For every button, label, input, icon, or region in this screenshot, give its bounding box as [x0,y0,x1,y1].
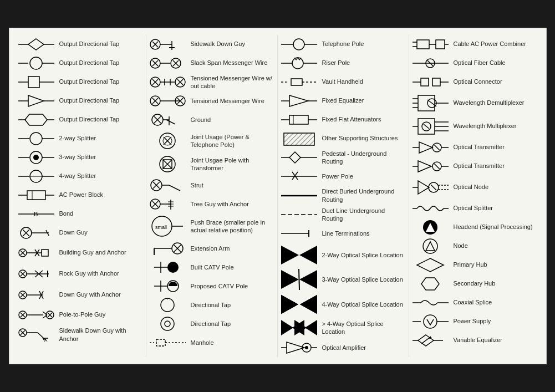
symbol-optical-fiber [411,55,450,71]
secondary-hub: Secondary Hub [411,274,538,293]
down-guy-anchor: Down Guy with Anchor [17,284,144,306]
symbol-manhole [149,335,187,350]
riser-pole: Riser Pole [280,54,406,73]
svg-marker-196 [287,342,304,353]
label-direct-buried: Direct Buried Underground Routing [322,187,406,203]
label-sidewalk-down-guy2: Sidewalk Down Guy [191,40,245,48]
primary-hub: Primary Hub [411,256,538,274]
symbol-optical-node [411,177,450,197]
symbol-hex [17,112,56,128]
symbol-square [17,74,56,90]
label-wavelength-mux: Wavelength Multiplexer [454,122,517,130]
rock-guy-anchor: Rock Guy with Anchor [17,263,144,284]
label-optical-node: Optical Node [454,183,489,191]
svg-text:B: B [34,211,38,217]
symbol-building-guy [17,244,56,262]
output-tap-square: Output Directional Tap [17,73,144,91]
bond: B Bond [17,205,144,223]
symbol-optical-conn [411,74,450,90]
symbol-joint-usage [149,131,187,151]
symbol-joint-transformer [149,154,187,174]
extension-arm: Extension Arm [149,239,275,258]
directional-tap1: Directional Tap [149,296,275,314]
label-splice-2way: 2-Way Optical Splice Location [322,251,403,259]
svg-rect-171 [284,133,314,145]
strut: Strut [149,176,275,195]
label-coaxial-splice: Coaxial Splice [454,298,492,306]
svg-marker-184 [281,270,299,289]
symbol-pedestal [280,150,319,165]
optical-amp: Optical Amplifier [280,338,406,357]
duct-line: Duct Line Underground Routing [280,205,406,225]
label-pole-pole: Pole-to-Pole Guy [59,310,106,318]
symbol-proposed-catv [149,278,187,294]
label-optical-amp: Optical Amplifier [322,344,366,352]
splice-4plus: > 4-Way Optical Splice Location [280,317,406,338]
telephone-pole: Telephone Pole [280,35,406,54]
symbol-cable-ac [411,37,450,52]
label-optical-trans2: Optical Transmitter [454,162,505,170]
label-manhole: Manhole [191,339,214,347]
label-bond: Bond [59,210,74,217]
fixed-equalizer: Fixed Equalizer [280,91,406,110]
wavelength-demux: Wavelength Demultiplexer [411,91,538,115]
svg-line-186 [299,269,299,290]
push-brace: small Push Brace (smaller pole in actual… [149,213,275,239]
symbol-splice-3way [280,269,319,290]
label-wavelength-demux: Wavelength Demultiplexer [454,99,525,106]
label-power-pole: Power Pole [322,172,353,180]
splitter-3way: 3-way Splitter [17,148,144,167]
symbol-ac-power [17,187,56,203]
other-supporting: Other Supporting Structures [280,129,406,148]
label-output-tap-diamond: Output Directional Tap [59,40,120,48]
label-directional-tap2: Directional Tap [191,320,231,328]
svg-point-144 [167,262,179,273]
flat-attenuator: Fixed Flat Attenuators [280,110,406,129]
symbol-wavelength-mux [411,116,450,136]
svg-marker-165 [289,95,308,106]
label-built-catv: Built CATV Pole [191,263,234,271]
svg-point-151 [165,321,170,327]
label-output-tap-hex: Output Directional Tap [59,115,120,123]
optical-trans2: Optical Transmitter [411,157,538,176]
symbol-vault-handheld [280,74,319,90]
label-joint-usage: Joint Usage (Power & Telephone Pole) [191,133,275,149]
symbol-extension-arm [149,241,187,256]
symbol-flat-attenuator [280,112,319,128]
line-term: Line Terminations [280,224,406,243]
symbol-sidewalk-down-guy2 [149,37,187,52]
label-optical-splitter: Optical Splitter [454,204,493,212]
legend-container: Output Directional Tap Output Directiona… [9,28,547,365]
sidewalk-down-guy2: Sidewalk Down Guy [149,35,275,54]
label-strut: Strut [191,181,203,189]
svg-rect-211 [432,78,440,86]
svg-marker-238 [418,181,429,194]
symbol-optical-splitter [411,201,450,216]
label-tree-guy: Tree Guy with Anchor [191,200,249,208]
symbol-secondary-hub [411,276,450,292]
symbol-directional-tap2 [149,316,187,332]
splice-4way: 4-Way Optical Splice Location [280,292,406,317]
label-splitter-2: 2-way Splitter [59,134,96,142]
ground: Ground [149,110,275,129]
svg-marker-183 [299,246,317,264]
label-line-term: Line Terminations [322,230,370,237]
label-splice-3way: 3-Way Optical Splice Location [322,276,403,283]
label-splitter-4: 4-way Splitter [59,172,96,180]
label-optical-trans1: Optical Transmitter [454,143,505,151]
symbol-pole-pole [17,307,56,323]
symbol-rock-guy [17,265,56,283]
svg-marker-233 [418,161,431,172]
label-flat-attenuator: Fixed Flat Attenuators [322,115,381,123]
svg-rect-202 [436,40,445,49]
svg-line-235 [434,164,440,169]
svg-rect-200 [417,40,429,49]
column-4: Cable AC Power Combiner Optical Fiber Ca… [409,35,541,358]
symbol-strut [149,177,187,193]
node-item: Node [411,237,538,256]
label-ac-power: AC Power Block [59,191,103,198]
label-node: Node [454,242,468,250]
output-tap-diamond: Output Directional Tap [17,35,144,54]
label-duct-line: Duct Line Underground Routing [322,207,406,223]
symbol-wavelength-demux [411,93,450,113]
